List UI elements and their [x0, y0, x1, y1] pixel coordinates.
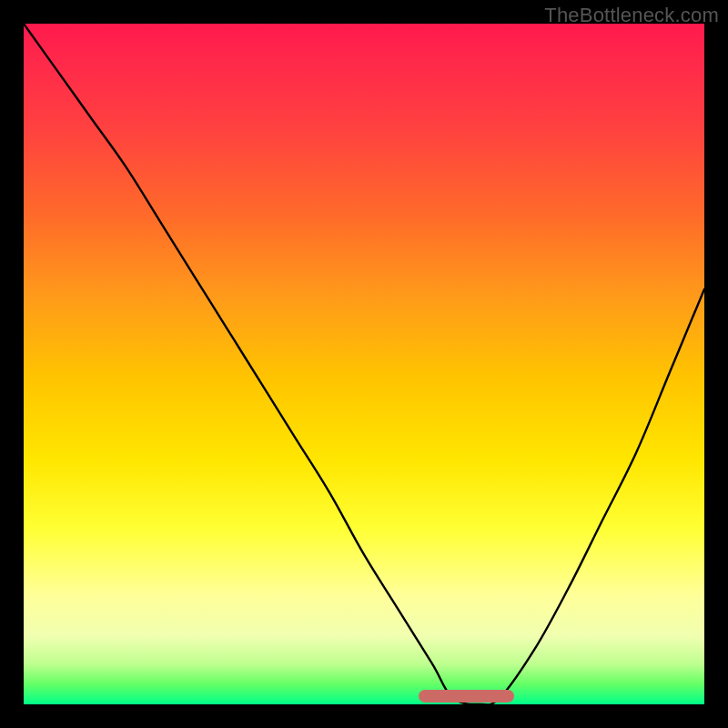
bottleneck-curve: [24, 24, 704, 704]
watermark-text: TheBottleneck.com: [544, 4, 719, 27]
chart-plot-area: [24, 24, 704, 704]
optimal-range-marker: [419, 690, 514, 703]
